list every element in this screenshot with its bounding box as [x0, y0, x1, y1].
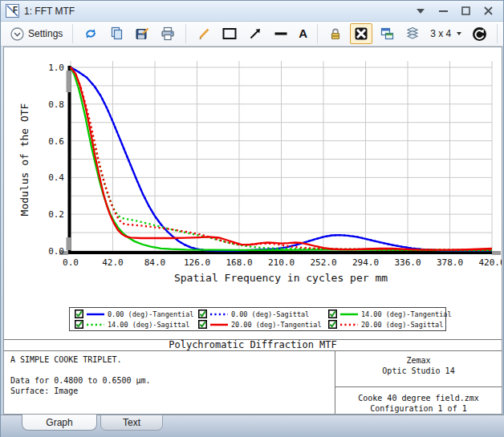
info-footer: A SIMPLE COOKE TRIPLET. Data for 0.4800 …	[4, 351, 502, 414]
separator	[185, 24, 186, 43]
configuration-label: Configuration 1 of 1	[335, 403, 502, 414]
print-icon	[160, 26, 176, 42]
legend-item[interactable]: 0.00 (deg)-Tangential	[75, 310, 198, 318]
graph-panel: 0.042.084.0126.0168.0210.0252.0294.0336.…	[3, 47, 502, 415]
svg-text:420.0: 420.0	[478, 257, 502, 268]
toolbar: Settings A	[1, 22, 503, 47]
checkbox-checked-icon[interactable]	[198, 310, 207, 318]
line-icon	[273, 26, 289, 42]
save-button[interactable]	[131, 23, 153, 44]
legend-line-sample	[209, 311, 229, 318]
svg-text:168.0: 168.0	[226, 257, 252, 268]
arrow-tool-button[interactable]	[244, 23, 266, 44]
fit-window-icon	[353, 26, 369, 42]
lens-title: A SIMPLE COOKE TRIPLET.	[10, 354, 335, 365]
svg-text:126.0: 126.0	[184, 257, 210, 268]
tab-graph[interactable]: Graph	[22, 415, 97, 431]
checkbox-checked-icon[interactable]	[198, 320, 207, 329]
copy-window-icon	[379, 26, 395, 42]
auto-update-icon	[471, 26, 487, 42]
svg-text:42.0: 42.0	[102, 257, 124, 268]
legend-label: 0.00 (deg)-Sagittal	[231, 310, 309, 318]
separator	[317, 24, 318, 43]
window-title: 1: FFT MTF	[24, 6, 75, 17]
info-right-column: Zemax Optic Studio 14 Cooke 40 degree fi…	[335, 351, 502, 414]
layers-button[interactable]	[401, 23, 424, 44]
svg-text:0.0: 0.0	[63, 257, 79, 268]
wavelength-range: Data for 0.4800 to 0.6500 μm.	[10, 375, 335, 386]
window-menu-caret-icon[interactable]	[415, 6, 426, 17]
svg-text:210.0: 210.0	[268, 257, 295, 268]
copy-button[interactable]	[105, 23, 128, 44]
grid-size-value: 3 x 4	[430, 28, 451, 39]
tab-bar: Graph Text	[1, 415, 504, 437]
svg-text:0.4: 0.4	[48, 172, 64, 183]
title-bar[interactable]: F 1: FFT MTF	[1, 1, 503, 22]
legend-label: 14.00 (deg)-Tangential	[361, 310, 452, 318]
file-cell: Cooke 40 degree field.zmx Configuration …	[335, 387, 502, 414]
checkbox-checked-icon[interactable]	[75, 320, 83, 329]
copy-window-button[interactable]	[376, 23, 398, 44]
file-name: Cooke 40 degree field.zmx	[335, 393, 502, 403]
minimize-icon[interactable]	[437, 6, 449, 17]
fft-mtf-window-icon: F	[6, 4, 19, 18]
legend-item[interactable]: 14.00 (deg)-Sagittal	[75, 320, 198, 329]
fit-window-button[interactable]	[350, 23, 372, 44]
legend-item[interactable]: 20.00 (deg)-Tangential	[198, 320, 328, 329]
legend-label: 0.00 (deg)-Tangential	[108, 310, 193, 318]
pencil-tool-button[interactable]	[193, 23, 215, 44]
svg-text:294.0: 294.0	[352, 257, 379, 268]
legend-label: 20.00 (deg)-Tangential	[231, 321, 322, 329]
legend-line-sample	[339, 322, 359, 328]
chart-title: Polychromatic Diffraction MTF	[4, 339, 502, 351]
svg-text:Spatial Frequency in cycles pe: Spatial Frequency in cycles per mm	[174, 272, 388, 284]
legend-label: 20.00 (deg)-Sagittal	[361, 321, 443, 329]
text-tool-button[interactable]: A	[295, 24, 311, 43]
maximize-icon[interactable]	[460, 6, 471, 17]
arrow-icon	[247, 26, 263, 42]
save-icon	[134, 26, 150, 42]
checkbox-checked-icon[interactable]	[328, 310, 337, 318]
svg-text:1.0: 1.0	[48, 63, 64, 73]
separator	[72, 24, 73, 43]
legend-item[interactable]: 20.00 (deg)-Sagittal	[328, 320, 452, 329]
surface-label: Surface: Image	[10, 386, 335, 396]
svg-text:378.0: 378.0	[437, 257, 463, 268]
pencil-icon	[196, 26, 212, 42]
auto-update-button[interactable]	[468, 23, 490, 44]
tab-text[interactable]: Text	[100, 415, 163, 431]
legend-item[interactable]: 0.00 (deg)-Sagittal	[198, 310, 328, 318]
rectangle-icon	[222, 26, 238, 42]
layers-icon	[404, 26, 421, 42]
lens-notes: A SIMPLE COOKE TRIPLET. Data for 0.4800 …	[4, 351, 335, 414]
legend-line-sample	[209, 322, 229, 328]
legend-line-sample	[339, 311, 359, 318]
close-icon[interactable]	[482, 6, 494, 17]
fft-mtf-window: F 1: FFT MTF Settings	[0, 0, 504, 437]
svg-text:0.8: 0.8	[48, 99, 64, 110]
vendor-product: Optic Studio 14	[335, 366, 502, 376]
separator	[497, 24, 498, 43]
mtf-plot: 0.042.084.0126.0168.0210.0252.0294.0336.…	[4, 47, 502, 288]
svg-text:0.6: 0.6	[48, 136, 64, 147]
legend-item[interactable]: 14.00 (deg)-Tangential	[328, 310, 452, 318]
settings-button[interactable]: Settings	[6, 23, 66, 44]
checkbox-checked-icon[interactable]	[328, 320, 337, 329]
rectangle-tool-button[interactable]	[218, 23, 241, 44]
legend-box: 0.00 (deg)-Tangential0.00 (deg)-Sagittal…	[69, 307, 446, 331]
legend-line-sample	[86, 311, 105, 318]
checkbox-checked-icon[interactable]	[75, 310, 83, 318]
text-icon: A	[299, 26, 307, 41]
print-button[interactable]	[156, 23, 179, 44]
lock-icon	[327, 26, 343, 42]
copy-clipboard-icon	[108, 26, 124, 42]
svg-text:Modulus of the OTF: Modulus of the OTF	[18, 103, 30, 216]
svg-text:336.0: 336.0	[394, 257, 421, 268]
lock-button[interactable]	[324, 23, 347, 44]
refresh-button[interactable]	[79, 23, 102, 44]
grid-size-dropdown[interactable]: 3 x 4	[427, 26, 465, 42]
svg-text:252.0: 252.0	[310, 257, 336, 268]
svg-text:0.2: 0.2	[48, 209, 64, 220]
line-tool-button[interactable]	[270, 23, 292, 44]
svg-text:0.0: 0.0	[48, 246, 64, 257]
